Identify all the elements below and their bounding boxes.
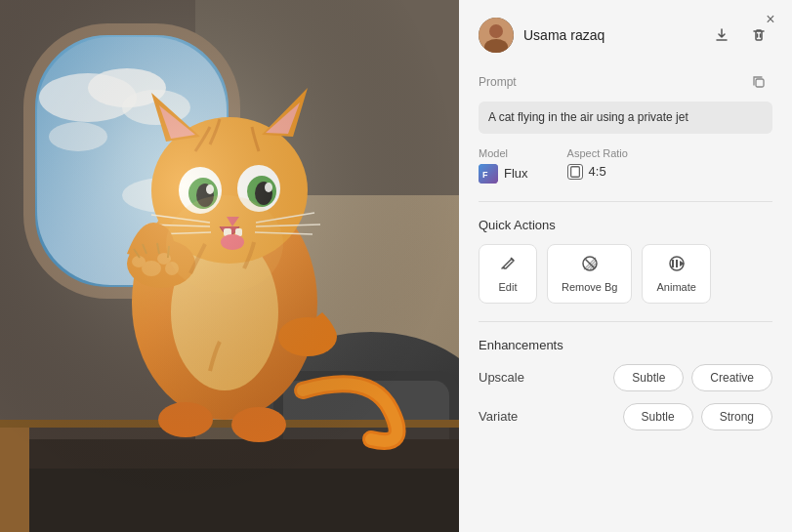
svg-rect-52 bbox=[0, 0, 459, 532]
svg-rect-59 bbox=[479, 164, 498, 184]
edit-button[interactable]: Edit bbox=[479, 244, 537, 304]
remove-bg-icon bbox=[581, 255, 599, 276]
variate-buttons: Subtle Strong bbox=[623, 403, 772, 430]
variate-label: Variate bbox=[479, 409, 537, 424]
animate-button[interactable]: Animate bbox=[642, 244, 710, 304]
aspect-ratio-item: Aspect Ratio 4:5 bbox=[567, 147, 628, 184]
upscale-buttons: Subtle Creative bbox=[613, 364, 772, 391]
upscale-label: Upscale bbox=[479, 370, 537, 385]
avatar bbox=[479, 18, 514, 53]
meta-row: Model F bbox=[479, 147, 772, 184]
model-value: F Flux bbox=[479, 164, 528, 184]
model-item: Model F bbox=[479, 147, 528, 184]
copy-prompt-button[interactable] bbox=[745, 68, 772, 96]
svg-rect-58 bbox=[756, 79, 764, 87]
upscale-creative-button[interactable]: Creative bbox=[691, 364, 772, 391]
prompt-text: A cat flying in the air using a private … bbox=[479, 102, 772, 134]
remove-bg-button[interactable]: Remove Bg bbox=[547, 244, 632, 304]
quick-actions-title: Quick Actions bbox=[479, 218, 772, 232]
quick-actions-row: Edit Remove Bg bbox=[479, 244, 772, 304]
svg-point-54 bbox=[489, 24, 503, 38]
aspect-ratio-label: Aspect Ratio bbox=[567, 147, 628, 159]
variate-subtle-button[interactable]: Subtle bbox=[623, 403, 693, 430]
upscale-subtle-button[interactable]: Subtle bbox=[613, 364, 684, 391]
upscale-row: Upscale Subtle Creative bbox=[479, 364, 772, 391]
edit-icon bbox=[499, 255, 517, 276]
prompt-label: Prompt bbox=[479, 68, 772, 96]
variate-row: Variate Subtle Strong bbox=[479, 403, 772, 430]
user-info: Usama razaq bbox=[479, 18, 604, 53]
enhancements-title: Enhancements bbox=[479, 338, 772, 352]
model-label: Model bbox=[479, 147, 528, 159]
close-button[interactable]: × bbox=[761, 10, 780, 29]
variate-strong-button[interactable]: Strong bbox=[701, 403, 772, 430]
image-panel bbox=[0, 0, 459, 532]
model-icon: F bbox=[479, 164, 498, 184]
username: Usama razaq bbox=[523, 27, 604, 43]
info-panel: × Usama razaq bbox=[459, 0, 792, 532]
svg-rect-61 bbox=[570, 167, 579, 178]
aspect-ratio-value: 4:5 bbox=[567, 164, 628, 180]
download-button[interactable] bbox=[708, 21, 735, 49]
svg-text:F: F bbox=[482, 170, 488, 180]
enhancements-section: Enhancements Upscale Subtle Creative Var… bbox=[479, 338, 772, 430]
animate-icon bbox=[668, 255, 686, 276]
divider bbox=[479, 201, 772, 202]
divider2 bbox=[479, 321, 772, 322]
aspect-icon bbox=[567, 164, 583, 180]
user-row: Usama razaq bbox=[479, 18, 772, 53]
quick-actions-section: Quick Actions Edit bbox=[479, 218, 772, 304]
